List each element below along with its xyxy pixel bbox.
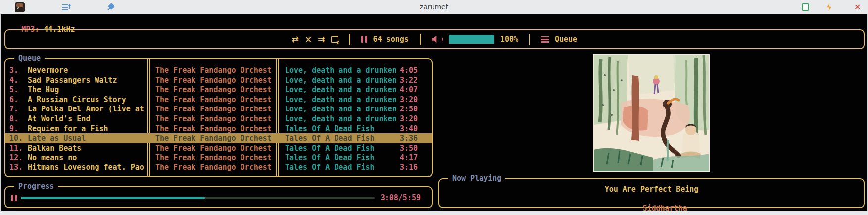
queue-row[interactable]: 12. No means no The Freak Fandango Orche… xyxy=(5,153,432,162)
window-title: zarumet xyxy=(0,3,868,11)
close-button[interactable]: ✕ xyxy=(854,3,862,11)
queue-row-number: 6. xyxy=(9,95,18,104)
album-art-image xyxy=(594,55,709,171)
queue-row-album: Love, death and a drunken xyxy=(285,105,397,113)
window-bottom-edge xyxy=(0,211,868,215)
queue-row[interactable]: 11. Balkan Beats The Freak Fandango Orch… xyxy=(5,143,432,153)
progress-panel: Progress 3:08/5:59 xyxy=(4,186,433,208)
queue-list-icon xyxy=(541,36,549,43)
toolbar: ⇄ × ⇉ 64 songs 100% Queue xyxy=(4,29,865,49)
queue-row-album: Tales Of A Dead Fish xyxy=(285,134,375,143)
queue-row-number: 7. xyxy=(9,105,18,113)
queue-row-duration: 3:40 xyxy=(400,124,418,133)
maximize-button[interactable] xyxy=(802,3,809,11)
repeat-icon[interactable]: ⇄ xyxy=(292,35,299,43)
queue-row-artist: The Freak Fandango Orchest xyxy=(155,153,272,162)
queue-row-duration: 3:36 xyxy=(400,134,418,143)
queue-row-duration: 3:22 xyxy=(400,76,418,85)
queue-row-album: Tales Of A Dead Fish xyxy=(285,144,375,153)
queue-row-title: Hitmans Lovesong feat. Pao xyxy=(28,163,144,172)
queue-row-album: Love, death and a drunken xyxy=(285,76,397,85)
queue-row-duration: 4:05 xyxy=(400,66,418,75)
queue-panel-title: Queue xyxy=(14,54,45,63)
queue-row-title: Late as Usual xyxy=(28,134,86,143)
now-playing-title: Now Playing xyxy=(448,174,505,183)
album-art xyxy=(593,54,710,172)
toolbar-separator xyxy=(349,34,350,45)
queue-row-title: Balkan Beats xyxy=(28,144,81,153)
queue-row[interactable]: 6. A Russian Circus Story The Freak Fand… xyxy=(5,95,432,105)
queue-row-number: 5. xyxy=(9,85,18,94)
queue-row-artist: The Freak Fandango Orchest xyxy=(155,85,272,94)
queue-row-number: 9. xyxy=(9,124,18,133)
queue-row-duration: 4:07 xyxy=(400,85,418,94)
queue-row-artist: The Freak Fandango Orchest xyxy=(155,105,272,113)
queue-row-duration: 3:16 xyxy=(400,163,418,172)
queue-row[interactable]: 4. Sad Passangers Waltz The Freak Fandan… xyxy=(5,75,432,85)
volume-bar-fill xyxy=(449,35,494,44)
queue-row[interactable]: 10. Late as Usual The Freak Fandango Orc… xyxy=(5,133,432,143)
queue-row-title: La Polka Del Amor (live at xyxy=(28,105,144,113)
queue-row-artist: The Freak Fandango Orchest xyxy=(155,134,272,143)
queue-row-title: Requiem for a Fish xyxy=(28,124,108,133)
queue-row-artist: The Freak Fandango Orchest xyxy=(155,95,272,104)
speaker-wave-icon xyxy=(441,37,443,41)
volume-group: 100% xyxy=(432,35,518,44)
now-playing-track: You Are Perfect Being xyxy=(439,185,864,194)
queue-row-duration: 3:50 xyxy=(400,144,418,153)
queue-row-artist: The Freak Fandango Orchest xyxy=(155,114,272,123)
queue-row[interactable]: 3. Nevermore The Freak Fandango Orchest … xyxy=(5,65,432,75)
queue-row-album: Love, death and a drunken xyxy=(285,66,397,75)
queue-row-number: 13. xyxy=(9,163,23,172)
queue-row-duration: 2:50 xyxy=(400,105,418,113)
queue-panel: Queue 3. Nevermore The Freak Fandango Or… xyxy=(4,58,433,177)
now-playing-panel: Now Playing You Are Perfect Being Siddha… xyxy=(438,178,865,208)
queue-row-number: 12. xyxy=(9,153,23,162)
queue-row[interactable]: 9. Requiem for a Fish The Freak Fandango… xyxy=(5,124,432,134)
progress-bar[interactable] xyxy=(21,197,375,199)
queue-rows: 3. Nevermore The Freak Fandango Orchest … xyxy=(5,65,432,172)
queue-row-artist: The Freak Fandango Orchest xyxy=(155,163,272,172)
queue-row-number: 10. xyxy=(9,134,23,143)
song-count-label: 64 songs xyxy=(373,35,409,44)
queue-row-artist: The Freak Fandango Orchest xyxy=(155,66,272,75)
queue-row-title: A Russian Circus Story xyxy=(28,95,126,104)
minimize-button[interactable] xyxy=(825,3,833,11)
queue-row-number: 4. xyxy=(9,76,18,85)
queue-row-number: 8. xyxy=(9,114,18,123)
queue-row-duration: 3:20 xyxy=(400,95,418,104)
queue-row-title: At World's End xyxy=(28,114,90,123)
shuffle-icon[interactable]: × xyxy=(305,35,312,43)
view-indicator-group[interactable]: Queue xyxy=(541,35,577,44)
toolbar-separator xyxy=(420,34,421,45)
queue-row[interactable]: 8. At World's End The Freak Fandango Orc… xyxy=(5,114,432,124)
queue-row-artist: The Freak Fandango Orchest xyxy=(155,124,272,133)
speaker-icon xyxy=(432,36,440,43)
queue-row-album: Tales Of A Dead Fish xyxy=(285,163,375,172)
queue-row-album: Tales Of A Dead Fish xyxy=(285,153,375,162)
queue-row-title: Sad Passangers Waltz xyxy=(28,76,117,85)
queue-row-number: 11. xyxy=(9,144,23,153)
queue-row-album: Tales Of A Dead Fish xyxy=(285,124,375,133)
titlebar: ↑ zarumet ✕ xyxy=(0,0,868,14)
queue-row-title: The Hug xyxy=(28,85,59,94)
queue-row[interactable]: 7. La Polka Del Amor (live at The Freak … xyxy=(5,104,432,114)
queue-row-title: Nevermore xyxy=(28,66,68,75)
queue-row-artist: The Freak Fandango Orchest xyxy=(155,76,272,85)
volume-percent: 100% xyxy=(500,35,518,44)
queue-row-artist: The Freak Fandango Orchest xyxy=(155,144,272,153)
queue-row-album: Love, death and a drunken xyxy=(285,95,397,104)
queue-row[interactable]: 5. The Hug The Freak Fandango Orchest Lo… xyxy=(5,85,432,95)
volume-bar[interactable] xyxy=(449,35,494,44)
song-count-group: 64 songs xyxy=(361,35,409,44)
queue-row-title: No means no xyxy=(28,153,77,162)
queue-row-duration: 3:20 xyxy=(400,114,418,123)
consume-icon[interactable]: ⇉ xyxy=(318,35,325,43)
queue-row[interactable]: 13. Hitmans Lovesong feat. Pao The Freak… xyxy=(5,162,432,172)
clear-queue-icon[interactable] xyxy=(331,36,338,43)
elapsed-total-time: 3:08/5:59 xyxy=(381,193,421,202)
app-window: ↑ zarumet ✕ MP3:44.1kHz ⇄ × ⇉ 64 songs xyxy=(0,0,868,215)
queue-row-duration: 4:17 xyxy=(400,153,418,162)
queue-view-label: Queue xyxy=(555,35,577,44)
toolbar-separator xyxy=(529,34,530,45)
